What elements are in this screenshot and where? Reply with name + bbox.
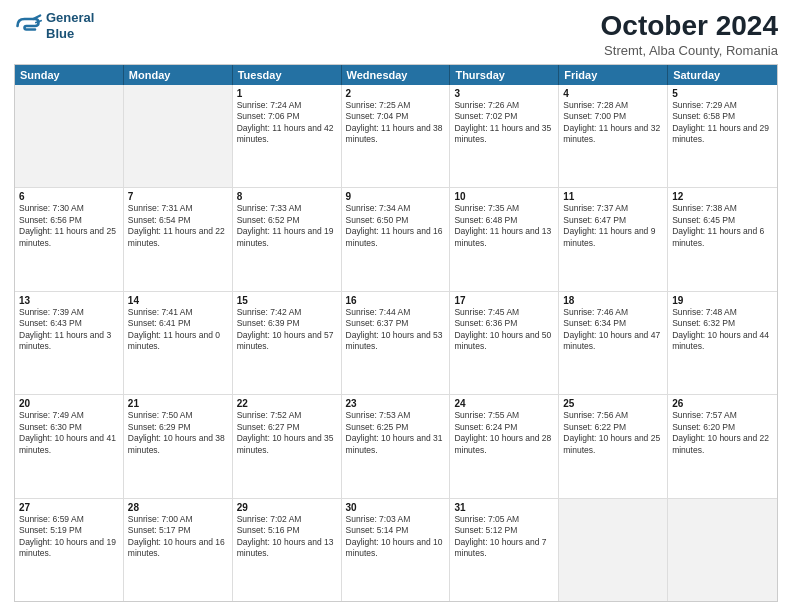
calendar-cell: 23Sunrise: 7:53 AM Sunset: 6:25 PM Dayli… [342,395,451,497]
calendar-cell: 28Sunrise: 7:00 AM Sunset: 5:17 PM Dayli… [124,499,233,601]
cell-text: Sunrise: 7:49 AM Sunset: 6:30 PM Dayligh… [19,410,119,456]
calendar-header-cell: Friday [559,65,668,85]
calendar-cell: 17Sunrise: 7:45 AM Sunset: 6:36 PM Dayli… [450,292,559,394]
title-block: October 2024 Stremt, Alba County, Romani… [601,10,778,58]
cell-text: Sunrise: 7:46 AM Sunset: 6:34 PM Dayligh… [563,307,663,353]
calendar-row: 20Sunrise: 7:49 AM Sunset: 6:30 PM Dayli… [15,395,777,498]
day-number: 30 [346,502,446,513]
cell-text: Sunrise: 7:41 AM Sunset: 6:41 PM Dayligh… [128,307,228,353]
day-number: 3 [454,88,554,99]
day-number: 22 [237,398,337,409]
calendar-header-cell: Saturday [668,65,777,85]
cell-text: Sunrise: 7:34 AM Sunset: 6:50 PM Dayligh… [346,203,446,249]
day-number: 13 [19,295,119,306]
day-number: 31 [454,502,554,513]
logo-icon [14,12,42,40]
cell-text: Sunrise: 7:57 AM Sunset: 6:20 PM Dayligh… [672,410,773,456]
cell-text: Sunrise: 7:45 AM Sunset: 6:36 PM Dayligh… [454,307,554,353]
calendar-cell [559,499,668,601]
calendar-cell: 21Sunrise: 7:50 AM Sunset: 6:29 PM Dayli… [124,395,233,497]
day-number: 12 [672,191,773,202]
day-number: 5 [672,88,773,99]
day-number: 25 [563,398,663,409]
day-number: 27 [19,502,119,513]
calendar-cell: 19Sunrise: 7:48 AM Sunset: 6:32 PM Dayli… [668,292,777,394]
cell-text: Sunrise: 7:55 AM Sunset: 6:24 PM Dayligh… [454,410,554,456]
cell-text: Sunrise: 7:42 AM Sunset: 6:39 PM Dayligh… [237,307,337,353]
calendar-cell: 5Sunrise: 7:29 AM Sunset: 6:58 PM Daylig… [668,85,777,187]
cell-text: Sunrise: 7:48 AM Sunset: 6:32 PM Dayligh… [672,307,773,353]
calendar-cell [15,85,124,187]
calendar-cell [124,85,233,187]
calendar-cell: 6Sunrise: 7:30 AM Sunset: 6:56 PM Daylig… [15,188,124,290]
calendar-cell: 18Sunrise: 7:46 AM Sunset: 6:34 PM Dayli… [559,292,668,394]
day-number: 2 [346,88,446,99]
calendar-cell: 25Sunrise: 7:56 AM Sunset: 6:22 PM Dayli… [559,395,668,497]
cell-text: Sunrise: 7:24 AM Sunset: 7:06 PM Dayligh… [237,100,337,146]
day-number: 23 [346,398,446,409]
day-number: 26 [672,398,773,409]
calendar-cell: 13Sunrise: 7:39 AM Sunset: 6:43 PM Dayli… [15,292,124,394]
calendar-row: 27Sunrise: 6:59 AM Sunset: 5:19 PM Dayli… [15,499,777,601]
calendar-header-cell: Wednesday [342,65,451,85]
header: General Blue October 2024 Stremt, Alba C… [14,10,778,58]
calendar-cell [668,499,777,601]
day-number: 17 [454,295,554,306]
calendar-cell: 7Sunrise: 7:31 AM Sunset: 6:54 PM Daylig… [124,188,233,290]
logo-line1: General [46,10,94,26]
cell-text: Sunrise: 7:35 AM Sunset: 6:48 PM Dayligh… [454,203,554,249]
day-number: 20 [19,398,119,409]
calendar-cell: 15Sunrise: 7:42 AM Sunset: 6:39 PM Dayli… [233,292,342,394]
cell-text: Sunrise: 7:30 AM Sunset: 6:56 PM Dayligh… [19,203,119,249]
calendar: SundayMondayTuesdayWednesdayThursdayFrid… [14,64,778,602]
cell-text: Sunrise: 7:29 AM Sunset: 6:58 PM Dayligh… [672,100,773,146]
calendar-header-cell: Sunday [15,65,124,85]
calendar-header-row: SundayMondayTuesdayWednesdayThursdayFrid… [15,65,777,85]
day-number: 16 [346,295,446,306]
day-number: 18 [563,295,663,306]
day-number: 7 [128,191,228,202]
cell-text: Sunrise: 7:03 AM Sunset: 5:14 PM Dayligh… [346,514,446,560]
calendar-cell: 20Sunrise: 7:49 AM Sunset: 6:30 PM Dayli… [15,395,124,497]
calendar-body: 1Sunrise: 7:24 AM Sunset: 7:06 PM Daylig… [15,85,777,601]
cell-text: Sunrise: 7:38 AM Sunset: 6:45 PM Dayligh… [672,203,773,249]
calendar-header-cell: Thursday [450,65,559,85]
cell-text: Sunrise: 7:44 AM Sunset: 6:37 PM Dayligh… [346,307,446,353]
day-number: 15 [237,295,337,306]
cell-text: Sunrise: 7:50 AM Sunset: 6:29 PM Dayligh… [128,410,228,456]
page: General Blue October 2024 Stremt, Alba C… [0,0,792,612]
cell-text: Sunrise: 6:59 AM Sunset: 5:19 PM Dayligh… [19,514,119,560]
logo: General Blue [14,10,94,41]
month-title: October 2024 [601,10,778,42]
calendar-cell: 24Sunrise: 7:55 AM Sunset: 6:24 PM Dayli… [450,395,559,497]
day-number: 29 [237,502,337,513]
logo-text: General Blue [46,10,94,41]
calendar-row: 6Sunrise: 7:30 AM Sunset: 6:56 PM Daylig… [15,188,777,291]
day-number: 28 [128,502,228,513]
cell-text: Sunrise: 7:28 AM Sunset: 7:00 PM Dayligh… [563,100,663,146]
cell-text: Sunrise: 7:56 AM Sunset: 6:22 PM Dayligh… [563,410,663,456]
calendar-cell: 12Sunrise: 7:38 AM Sunset: 6:45 PM Dayli… [668,188,777,290]
calendar-cell: 30Sunrise: 7:03 AM Sunset: 5:14 PM Dayli… [342,499,451,601]
calendar-cell: 29Sunrise: 7:02 AM Sunset: 5:16 PM Dayli… [233,499,342,601]
day-number: 11 [563,191,663,202]
day-number: 8 [237,191,337,202]
cell-text: Sunrise: 7:37 AM Sunset: 6:47 PM Dayligh… [563,203,663,249]
day-number: 6 [19,191,119,202]
cell-text: Sunrise: 7:26 AM Sunset: 7:02 PM Dayligh… [454,100,554,146]
calendar-cell: 11Sunrise: 7:37 AM Sunset: 6:47 PM Dayli… [559,188,668,290]
calendar-header-cell: Monday [124,65,233,85]
day-number: 24 [454,398,554,409]
cell-text: Sunrise: 7:02 AM Sunset: 5:16 PM Dayligh… [237,514,337,560]
cell-text: Sunrise: 7:39 AM Sunset: 6:43 PM Dayligh… [19,307,119,353]
calendar-row: 13Sunrise: 7:39 AM Sunset: 6:43 PM Dayli… [15,292,777,395]
calendar-header-cell: Tuesday [233,65,342,85]
calendar-cell: 26Sunrise: 7:57 AM Sunset: 6:20 PM Dayli… [668,395,777,497]
calendar-cell: 22Sunrise: 7:52 AM Sunset: 6:27 PM Dayli… [233,395,342,497]
subtitle: Stremt, Alba County, Romania [601,43,778,58]
calendar-cell: 3Sunrise: 7:26 AM Sunset: 7:02 PM Daylig… [450,85,559,187]
cell-text: Sunrise: 7:33 AM Sunset: 6:52 PM Dayligh… [237,203,337,249]
calendar-cell: 27Sunrise: 6:59 AM Sunset: 5:19 PM Dayli… [15,499,124,601]
calendar-cell: 8Sunrise: 7:33 AM Sunset: 6:52 PM Daylig… [233,188,342,290]
cell-text: Sunrise: 7:31 AM Sunset: 6:54 PM Dayligh… [128,203,228,249]
